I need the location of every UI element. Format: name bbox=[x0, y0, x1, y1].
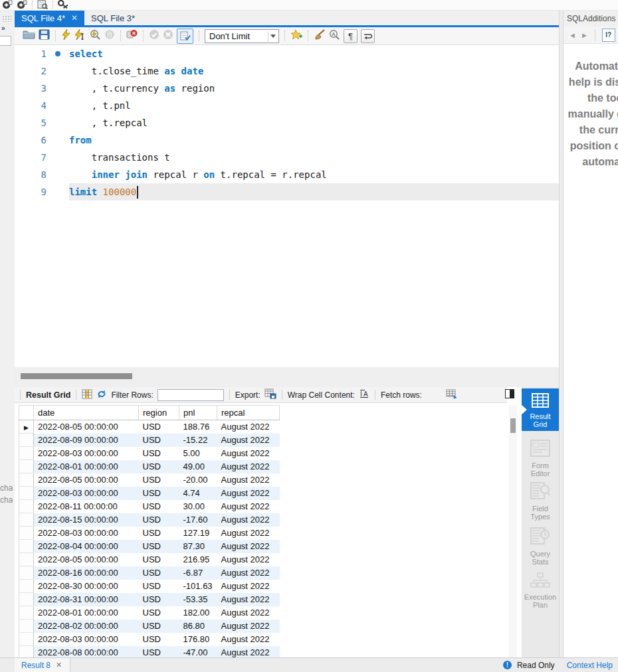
show-invisibles-icon[interactable]: ¶ bbox=[344, 29, 358, 43]
table-cell[interactable]: 176.80 bbox=[179, 633, 217, 646]
save-snippet-icon[interactable] bbox=[290, 29, 302, 43]
table-cell[interactable]: USD bbox=[139, 420, 179, 434]
table-cell[interactable]: August 2022 bbox=[217, 620, 280, 633]
toggle-word-wrap-icon[interactable] bbox=[361, 29, 375, 43]
preferences-wrench-icon[interactable] bbox=[58, 0, 69, 11]
table-cell[interactable]: 127.19 bbox=[179, 527, 217, 540]
table-cell[interactable]: 2022-08-31 00:00:00 bbox=[34, 593, 139, 606]
table-row[interactable]: 2022-08-30 00:00:00USD-101.63August 2022 bbox=[19, 580, 280, 593]
table-row[interactable]: 2022-08-05 00:00:00USD-20.00August 2022 bbox=[19, 473, 280, 487]
wrap-cell-content-icon[interactable]: IA bbox=[359, 389, 369, 400]
table-cell[interactable]: 86.80 bbox=[179, 620, 217, 633]
table-cell[interactable]: August 2022 bbox=[217, 633, 280, 646]
table-row[interactable]: ▶2022-08-05 00:00:00USD188.76August 2022 bbox=[19, 420, 280, 434]
scrollbar-thumb[interactable] bbox=[510, 418, 516, 433]
table-cell[interactable]: August 2022 bbox=[217, 646, 280, 658]
table-row[interactable]: 2022-08-03 00:00:00USD5.00August 2022 bbox=[19, 447, 280, 460]
table-cell[interactable]: USD bbox=[139, 620, 179, 633]
table-cell[interactable]: 30.00 bbox=[179, 500, 217, 513]
table-cell[interactable]: -15.22 bbox=[179, 434, 217, 447]
table-cell[interactable]: August 2022 bbox=[217, 527, 280, 540]
code-line-9[interactable]: 9limit 100000 bbox=[15, 183, 559, 201]
code-line-1[interactable]: 1select bbox=[15, 45, 559, 62]
table-row[interactable]: 2022-08-08 00:00:00USD-47.00August 2022 bbox=[19, 646, 280, 658]
table-cell[interactable]: August 2022 bbox=[217, 473, 280, 487]
row-header[interactable] bbox=[19, 513, 34, 527]
table-row[interactable]: 2022-08-11 00:00:00USD30.00August 2022 bbox=[19, 500, 280, 513]
table-cell[interactable]: USD bbox=[139, 553, 179, 566]
table-cell[interactable]: -20.00 bbox=[179, 473, 217, 487]
collapse-results-panel-icon[interactable] bbox=[505, 389, 514, 398]
table-cell[interactable]: USD bbox=[139, 473, 179, 487]
table-row[interactable]: 2022-08-01 00:00:00USD182.00August 2022 bbox=[19, 606, 280, 620]
clipped-search-input[interactable] bbox=[0, 36, 11, 46]
table-row[interactable]: 2022-08-05 00:00:00USD216.95August 2022 bbox=[19, 553, 280, 566]
new-script-icon[interactable] bbox=[17, 0, 27, 11]
row-header[interactable] bbox=[19, 646, 34, 658]
context-help-link[interactable]: Context Help bbox=[567, 661, 613, 670]
table-cell[interactable]: 2022-08-09 00:00:00 bbox=[34, 434, 139, 447]
table-cell[interactable]: August 2022 bbox=[217, 460, 280, 473]
table-cell[interactable]: 2022-08-08 00:00:00 bbox=[34, 646, 139, 658]
open-file-icon[interactable] bbox=[23, 29, 35, 42]
table-cell[interactable]: 188.76 bbox=[179, 420, 217, 434]
table-cell[interactable]: USD bbox=[139, 487, 179, 500]
table-cell[interactable]: 2022-08-03 00:00:00 bbox=[34, 447, 139, 460]
context-help-toggle-icon[interactable]: I? bbox=[602, 29, 615, 42]
table-cell[interactable]: 2022-08-04 00:00:00 bbox=[34, 540, 139, 553]
execute-current-statement-icon[interactable] bbox=[74, 29, 86, 43]
row-header[interactable] bbox=[19, 500, 34, 513]
table-row[interactable]: 2022-08-02 00:00:00USD86.80August 2022 bbox=[19, 620, 280, 633]
table-cell[interactable]: 5.00 bbox=[179, 447, 217, 460]
result-tab[interactable]: Result 8 ✕ bbox=[15, 658, 70, 672]
table-cell[interactable]: USD bbox=[139, 500, 179, 513]
editor-tab-2[interactable]: SQL File 3* bbox=[84, 11, 142, 25]
commit-icon[interactable] bbox=[149, 29, 159, 42]
table-cell[interactable]: 2022-08-15 00:00:00 bbox=[34, 513, 139, 527]
table-cell[interactable]: 2022-08-05 00:00:00 bbox=[34, 553, 139, 566]
editor-tab-1[interactable]: SQL File 4*✕ bbox=[15, 11, 84, 25]
table-row[interactable]: 2022-08-16 00:00:00USD-6.87August 2022 bbox=[19, 566, 280, 580]
save-icon[interactable] bbox=[39, 29, 50, 42]
table-cell[interactable]: 2022-08-01 00:00:00 bbox=[34, 460, 139, 473]
column-header-pnl[interactable]: pnl bbox=[179, 406, 217, 420]
code-line-7[interactable]: 7 transactions t bbox=[15, 149, 559, 166]
table-cell[interactable]: 2022-08-11 00:00:00 bbox=[34, 500, 139, 513]
column-header-date[interactable]: date bbox=[34, 406, 139, 420]
sidebar-button-execution-plan[interactable]: Execution Plan bbox=[522, 568, 559, 609]
table-cell[interactable]: 216.95 bbox=[179, 553, 217, 566]
row-header[interactable] bbox=[19, 434, 34, 447]
table-cell[interactable]: USD bbox=[139, 606, 179, 620]
table-row[interactable]: 2022-08-01 00:00:00USD49.00August 2022 bbox=[19, 460, 280, 473]
table-cell[interactable]: 87.30 bbox=[179, 540, 217, 553]
table-cell[interactable]: 2022-08-03 00:00:00 bbox=[34, 633, 139, 646]
table-cell[interactable]: August 2022 bbox=[217, 566, 280, 580]
code-line-8[interactable]: 8 inner join repcal r on t.repcal = r.re… bbox=[15, 166, 559, 183]
table-cell[interactable]: August 2022 bbox=[217, 606, 280, 620]
table-cell[interactable]: August 2022 bbox=[217, 513, 280, 527]
column-header-repcal[interactable]: repcal bbox=[217, 406, 280, 420]
fetch-rows-icon[interactable] bbox=[446, 389, 459, 401]
result-table[interactable]: dateregionpnlrepcal ▶2022-08-05 00:00:00… bbox=[19, 405, 280, 657]
grid-vertical-scrollbar[interactable] bbox=[509, 405, 517, 657]
row-header[interactable] bbox=[19, 527, 34, 540]
beautify-icon[interactable] bbox=[314, 29, 326, 42]
filter-rows-input[interactable] bbox=[157, 389, 224, 401]
table-cell[interactable]: August 2022 bbox=[217, 487, 280, 500]
table-cell[interactable]: 2022-08-01 00:00:00 bbox=[34, 606, 139, 620]
row-limit-dropdown[interactable]: Don't Limit bbox=[205, 29, 279, 43]
sidebar-button-form-editor[interactable]: Form Editor bbox=[522, 435, 559, 473]
row-header[interactable] bbox=[19, 620, 34, 633]
table-cell[interactable]: USD bbox=[139, 540, 179, 553]
table-row[interactable]: 2022-08-31 00:00:00USD-53.35August 2022 bbox=[19, 593, 280, 606]
table-cell[interactable]: -17.60 bbox=[179, 513, 217, 527]
chevron-overflow-icon[interactable]: » bbox=[1, 25, 15, 32]
vertical-splitter[interactable] bbox=[559, 11, 564, 657]
table-row[interactable]: 2022-08-03 00:00:00USD127.19August 2022 bbox=[19, 527, 280, 540]
code-line-5[interactable]: 5 , t.repcal bbox=[15, 114, 559, 131]
row-header[interactable] bbox=[19, 566, 34, 580]
rollback-icon[interactable] bbox=[163, 29, 173, 42]
code-line-4[interactable]: 4 , t.pnl bbox=[15, 97, 559, 114]
table-cell[interactable]: August 2022 bbox=[217, 447, 280, 460]
close-icon[interactable]: ✕ bbox=[71, 13, 78, 23]
